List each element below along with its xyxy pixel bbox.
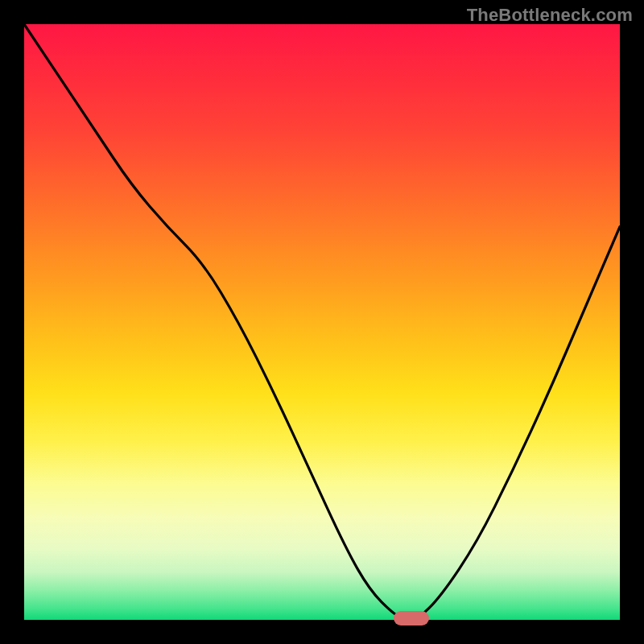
plot-area bbox=[24, 24, 620, 620]
chart-frame: TheBottleneck.com bbox=[0, 0, 644, 644]
bottleneck-curve bbox=[24, 24, 620, 620]
optimal-marker bbox=[394, 611, 429, 625]
watermark-text: TheBottleneck.com bbox=[467, 5, 633, 26]
